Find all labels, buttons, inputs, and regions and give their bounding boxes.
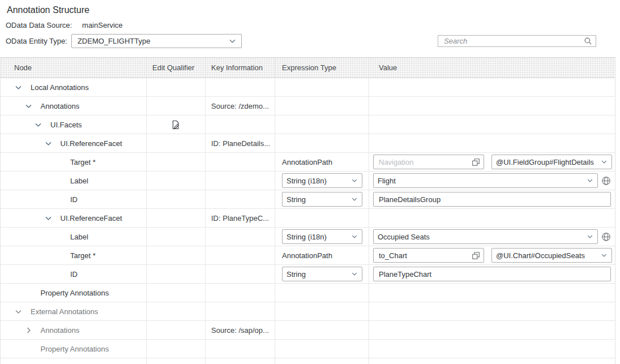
value-input-box: [373, 192, 611, 207]
expression-type-text: AnnotationPath: [282, 158, 332, 166]
edit-qualifier-cell: [147, 134, 206, 152]
chevron-down-icon[interactable]: [25, 102, 32, 110]
value-annotation-select[interactable]: @UI.Chart#OccupiedSeats: [491, 248, 612, 263]
i18n-globe-icon[interactable]: [601, 232, 611, 242]
data-source-row: OData Data Source: mainService: [6, 21, 620, 30]
annotation-table: Node Edit Qualifier Key Information Expr…: [0, 57, 615, 364]
expression-type-cell: String (i18n): [275, 172, 369, 190]
node-cell: Annotations: [1, 97, 147, 115]
table-row[interactable]: [1, 358, 615, 364]
value-cell: [369, 115, 615, 134]
table-row[interactable]: Local Annotations: [1, 78, 615, 97]
node-label: UI.ReferenceFacet: [61, 139, 122, 148]
table-body: Local AnnotationsAnnotationsSource: /zde…: [1, 78, 615, 364]
value-cell: [369, 284, 615, 302]
table-row[interactable]: AnnotationsSource: /sap/op...: [1, 321, 615, 340]
chevron-down-icon[interactable]: [15, 308, 22, 315]
node-cell: Target *: [1, 246, 147, 264]
node-label: Property Annotations: [41, 345, 109, 353]
table-row[interactable]: AnnotationsSource: /zdemo...: [1, 97, 615, 115]
value-input[interactable]: [378, 269, 607, 279]
expression-type-cell: [275, 134, 369, 152]
i18n-globe-icon[interactable]: [601, 176, 611, 186]
node-cell: Property Annotations: [1, 284, 147, 302]
table-row[interactable]: Property Annotations: [1, 284, 615, 302]
key-information-cell: [206, 340, 275, 358]
key-information-cell: [206, 172, 275, 190]
expression-type-cell: [275, 78, 369, 96]
node-label: Annotations: [41, 102, 80, 110]
chevron-down-icon[interactable]: [35, 121, 42, 129]
edit-qualifier-pencil-icon[interactable]: [171, 120, 181, 130]
key-information-cell: ID: PlaneTypeC...: [206, 209, 275, 227]
chevron-down-icon[interactable]: [15, 84, 22, 91]
expression-type-cell: String: [275, 190, 369, 208]
key-information-text: Source: /sap/op...: [211, 326, 269, 335]
chevron-down-icon: [351, 271, 358, 277]
expression-type-select-text: String (i18n): [287, 233, 327, 241]
search-input[interactable]: [443, 36, 583, 46]
table-row[interactable]: Property Annotations: [1, 340, 615, 358]
table-row[interactable]: UI.ReferenceFacetID: PlaneDetails...: [1, 134, 615, 153]
expression-type-cell: [275, 115, 369, 134]
node-cell: [1, 358, 147, 364]
expression-type-select[interactable]: String: [282, 267, 362, 281]
value-input[interactable]: [378, 251, 472, 260]
expression-type-cell: [275, 97, 369, 115]
table-row[interactable]: UI.Facets: [1, 115, 615, 134]
edit-qualifier-cell: [147, 246, 206, 264]
key-information-text: Source: /zdemo...: [211, 102, 269, 110]
key-information-cell: [206, 302, 275, 320]
key-information-cell: [206, 265, 275, 283]
edit-qualifier-cell: [147, 228, 206, 246]
key-information-cell: Source: /zdemo...: [206, 97, 275, 115]
value-i18n-select-text: Occupied Seats: [378, 233, 430, 241]
value-input-box: [373, 155, 484, 169]
node-label: ID: [70, 270, 78, 279]
value-i18n-select[interactable]: Occupied Seats: [373, 229, 598, 244]
expression-type-select[interactable]: String (i18n): [282, 229, 362, 244]
expression-type-select-text: String (i18n): [287, 177, 327, 185]
node-cell: UI.ReferenceFacet: [1, 209, 147, 227]
node-label: UI.ReferenceFacet: [61, 214, 122, 222]
data-source-label: OData Data Source:: [6, 21, 72, 30]
table-row[interactable]: UI.ReferenceFacetID: PlaneTypeC...: [1, 209, 615, 228]
key-information-text: ID: PlaneDetails...: [211, 139, 270, 148]
chevron-down-icon[interactable]: [45, 215, 52, 222]
search-icon[interactable]: [583, 37, 593, 45]
page-title: Annotation Structure: [0, 0, 620, 16]
edit-qualifier-cell: [147, 340, 206, 358]
data-source-value: mainService: [82, 21, 123, 30]
edit-qualifier-cell: [147, 78, 206, 96]
value-cell: Occupied Seats: [369, 228, 615, 246]
column-header-edit-qualifier: Edit Qualifier: [147, 58, 206, 78]
column-header-node: Node: [1, 58, 147, 78]
chevron-right-icon[interactable]: [25, 327, 32, 334]
chevron-down-icon[interactable]: [45, 140, 52, 147]
entity-type-select[interactable]: ZDEMO_FLIGHTType: [71, 34, 242, 48]
value-input[interactable]: [378, 157, 472, 167]
table-row[interactable]: LabelString (i18n)Occupied Seats: [1, 228, 615, 246]
value-i18n-select[interactable]: Flight: [373, 173, 598, 188]
expression-type-select[interactable]: String: [282, 192, 362, 207]
table-row[interactable]: IDString: [1, 190, 615, 209]
value-cell: Flight: [369, 172, 615, 190]
table-row[interactable]: Target *AnnotationPath@UI.FieldGroup#Fli…: [1, 153, 615, 172]
table-row[interactable]: IDString: [1, 265, 615, 284]
table-row[interactable]: Target *AnnotationPath@UI.Chart#Occupied…: [1, 246, 615, 265]
expression-type-cell: AnnotationPath: [275, 153, 369, 171]
entity-type-label: OData Entity Type:: [6, 37, 67, 46]
key-information-cell: [206, 115, 275, 134]
value-help-icon[interactable]: [472, 251, 480, 260]
table-row[interactable]: LabelString (i18n)Flight: [1, 172, 615, 190]
edit-qualifier-cell: [147, 265, 206, 283]
edit-qualifier-cell: [147, 153, 206, 171]
expression-type-cell: [275, 284, 369, 302]
node-cell: ID: [1, 265, 147, 283]
value-annotation-select[interactable]: @UI.FieldGroup#FlightDetails: [491, 155, 612, 169]
value-input[interactable]: [378, 195, 607, 204]
table-row[interactable]: External Annotations: [1, 302, 615, 321]
expression-type-select[interactable]: String (i18n): [282, 173, 362, 188]
edit-qualifier-cell: [147, 97, 206, 115]
value-help-icon[interactable]: [472, 158, 480, 166]
